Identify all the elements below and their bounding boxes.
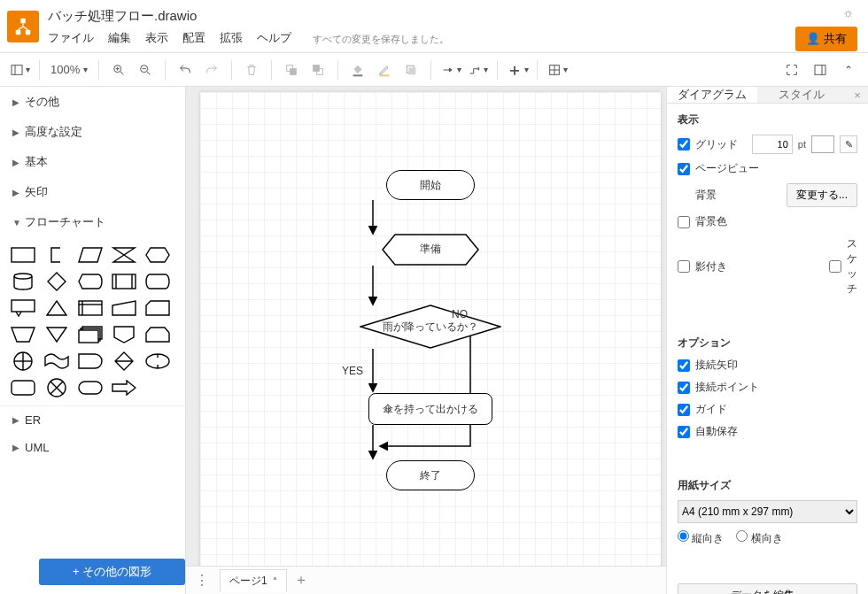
node-end[interactable]: 終了	[386, 460, 475, 490]
menu-extras[interactable]: 拡張	[220, 30, 243, 46]
shape-triangle[interactable]	[43, 297, 71, 319]
delete-button[interactable]	[239, 58, 264, 82]
orientation-portrait[interactable]: 縦向き	[678, 530, 724, 546]
shape-cylinder[interactable]	[9, 271, 37, 292]
shape-hexagon-flat[interactable]	[143, 244, 172, 266]
shape-rect[interactable]	[9, 244, 37, 266]
guides-checkbox[interactable]	[678, 404, 690, 416]
page[interactable]: 開始 準備 雨が降っているか？ YES NO 傘を持って出かける 終了	[200, 92, 661, 566]
node-preparation[interactable]: 準備	[382, 234, 479, 264]
redo-button[interactable]	[199, 58, 224, 82]
shape-manual-input[interactable]	[110, 297, 138, 319]
format-panel-toggle[interactable]	[808, 58, 833, 82]
zoom-dropdown[interactable]: 100% ▾	[47, 58, 91, 82]
grid-size-input[interactable]	[752, 135, 793, 154]
category-advanced[interactable]: ▶高度な設定	[0, 117, 185, 147]
shape-storage[interactable]	[143, 271, 172, 292]
more-shapes-button[interactable]: + その他の図形	[39, 559, 185, 585]
bg-color-checkbox[interactable]	[678, 216, 690, 228]
shape-capsule[interactable]	[76, 377, 105, 398]
undo-button[interactable]	[173, 58, 198, 82]
category-uml[interactable]: ▶UML	[0, 434, 185, 461]
conn-points-checkbox[interactable]	[678, 382, 690, 394]
menu-file[interactable]: ファイル	[48, 30, 94, 46]
shape-arrow-right[interactable]	[110, 377, 138, 398]
conn-arrows-checkbox[interactable]	[678, 359, 690, 372]
page-tab-1[interactable]: ページ1˄	[220, 569, 287, 592]
menu-arrange[interactable]: 配置	[182, 30, 205, 46]
autosave-checkbox[interactable]	[678, 426, 690, 438]
category-other[interactable]: ▶その他	[0, 87, 185, 117]
grid-color-chip[interactable]	[811, 135, 834, 153]
landscape-radio[interactable]	[736, 530, 748, 542]
shape-card[interactable]	[143, 297, 172, 319]
line-color-button[interactable]	[372, 58, 397, 82]
document-title[interactable]: バッチ処理フロー.drawio	[48, 8, 449, 25]
connection-button[interactable]: ▾	[438, 58, 463, 82]
shape-merge-arrow[interactable]	[143, 351, 172, 372]
fill-color-button[interactable]	[345, 58, 370, 82]
share-button[interactable]: 👤 共有	[795, 27, 857, 51]
waypoint-button[interactable]: ▾	[465, 58, 490, 82]
shape-diamond[interactable]	[43, 271, 71, 292]
to-back-button[interactable]	[306, 58, 330, 82]
edit-data-button[interactable]: データを編集...	[678, 583, 857, 594]
shape-callout[interactable]	[9, 297, 37, 319]
shape-multidoc[interactable]	[76, 324, 105, 345]
shape-loop-limit[interactable]	[143, 324, 172, 345]
shape-hourglass[interactable]	[110, 244, 138, 266]
node-process[interactable]: 傘を持って出かける	[368, 393, 492, 425]
canvas[interactable]: 開始 準備 雨が降っているか？ YES NO 傘を持って出かける 終了	[186, 87, 666, 566]
shape-rounded-rect[interactable]	[9, 377, 37, 398]
orientation-landscape[interactable]: 横向き	[736, 530, 782, 546]
menu-help[interactable]: ヘルプ	[257, 30, 291, 46]
shadow-checkbox[interactable]	[678, 260, 690, 273]
toggle-sidebar-button[interactable]: ▾	[7, 58, 32, 82]
edge-label-yes[interactable]: YES	[342, 365, 363, 377]
shape-subroutine[interactable]	[110, 271, 138, 292]
tab-style[interactable]: スタイル	[757, 87, 848, 103]
shape-tape[interactable]	[43, 351, 71, 372]
edge-label-no[interactable]: NO	[452, 308, 468, 320]
fullscreen-button[interactable]	[779, 58, 804, 82]
shape-internal-storage[interactable]	[76, 297, 105, 319]
shape-parallelogram[interactable]	[76, 244, 105, 266]
page-view-checkbox[interactable]	[678, 163, 690, 175]
zoom-out-button[interactable]	[133, 58, 158, 82]
category-flowchart[interactable]: ▼フローチャート	[0, 207, 185, 237]
shape-trapezoid-down[interactable]	[9, 324, 37, 345]
category-basic[interactable]: ▶基本	[0, 147, 185, 177]
to-front-button[interactable]	[279, 58, 304, 82]
shape-delay[interactable]	[76, 351, 105, 372]
tab-diagram[interactable]: ダイアグラム	[667, 87, 757, 103]
pages-menu-button[interactable]: ⋮	[191, 572, 213, 589]
appearance-icon[interactable]: ☼	[842, 5, 854, 19]
category-arrows[interactable]: ▶矢印	[0, 177, 185, 207]
shape-offpage[interactable]	[110, 324, 138, 345]
shape-sort[interactable]	[110, 351, 138, 372]
shape-bracket[interactable]	[43, 244, 71, 266]
grid-color-edit[interactable]: ✎	[840, 135, 857, 153]
panel-close-button[interactable]: ×	[847, 87, 868, 103]
shadow-button[interactable]	[399, 58, 423, 82]
grid-checkbox[interactable]	[678, 138, 690, 150]
drawio-logo-icon	[13, 17, 33, 36]
shape-display[interactable]	[76, 271, 105, 292]
table-button[interactable]: ▾	[545, 58, 570, 82]
shape-triangle-down[interactable]	[43, 324, 71, 345]
insert-button[interactable]: ＋▾	[505, 58, 530, 82]
zoom-in-button[interactable]	[106, 58, 131, 82]
category-er[interactable]: ▶ER	[0, 406, 185, 434]
sketch-checkbox[interactable]	[829, 260, 841, 273]
add-page-button[interactable]: ＋	[294, 571, 308, 590]
menu-edit[interactable]: 編集	[108, 30, 131, 46]
shape-summing[interactable]	[9, 351, 37, 372]
paper-size-select[interactable]: A4 (210 mm x 297 mm)	[678, 500, 857, 523]
node-decision[interactable]: 雨が降っているか？	[360, 305, 501, 349]
portrait-radio[interactable]	[678, 530, 689, 542]
shape-or[interactable]	[43, 377, 71, 398]
collapse-button[interactable]: ⌃	[836, 58, 861, 82]
menu-view[interactable]: 表示	[145, 30, 168, 46]
background-change-button[interactable]: 変更する...	[787, 183, 857, 207]
node-start[interactable]: 開始	[386, 170, 475, 200]
